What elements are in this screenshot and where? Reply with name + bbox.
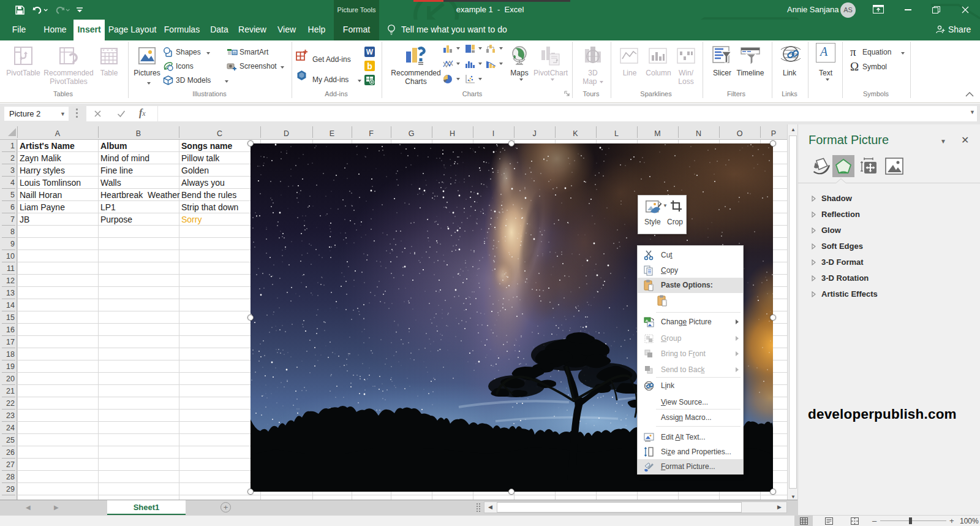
svg-text:W: W [366,48,374,56]
svg-text:b: b [367,61,372,71]
